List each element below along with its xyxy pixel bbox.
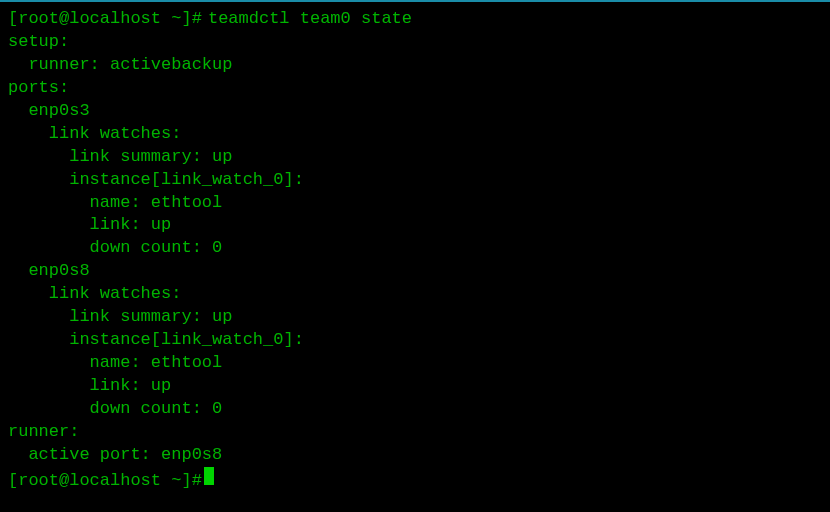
- shell-prompt: [root@localhost ~]#: [8, 470, 202, 493]
- output-line: runner:: [8, 421, 822, 444]
- output-line: active port: enp0s8: [8, 444, 822, 467]
- shell-prompt: [root@localhost ~]#: [8, 8, 202, 31]
- command-text: teamdctl team0 state: [208, 8, 412, 31]
- terminal-window[interactable]: [root@localhost ~]# teamdctl team0 state…: [0, 2, 830, 499]
- output-line: ports:: [8, 77, 822, 100]
- output-line: instance[link_watch_0]:: [8, 329, 822, 352]
- cursor-icon: [204, 467, 214, 485]
- output-line: runner: activebackup: [8, 54, 822, 77]
- output-line: link summary: up: [8, 146, 822, 169]
- output-line: enp0s8: [8, 260, 822, 283]
- output-line: down count: 0: [8, 237, 822, 260]
- output-line: down count: 0: [8, 398, 822, 421]
- command-line-1: [root@localhost ~]# teamdctl team0 state: [8, 8, 822, 31]
- output-line: link summary: up: [8, 306, 822, 329]
- output-line: name: ethtool: [8, 192, 822, 215]
- output-line: link watches:: [8, 283, 822, 306]
- output-line: link: up: [8, 375, 822, 398]
- output-line: enp0s3: [8, 100, 822, 123]
- output-line: link watches:: [8, 123, 822, 146]
- output-line: link: up: [8, 214, 822, 237]
- output-line: setup:: [8, 31, 822, 54]
- command-line-2[interactable]: [root@localhost ~]#: [8, 467, 822, 493]
- output-line: instance[link_watch_0]:: [8, 169, 822, 192]
- output-line: name: ethtool: [8, 352, 822, 375]
